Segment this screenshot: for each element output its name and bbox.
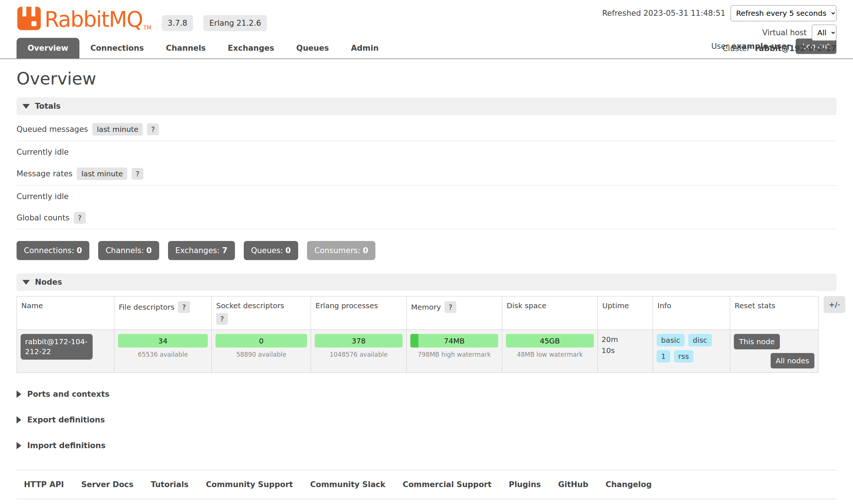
tab-connections[interactable]: Connections: [79, 38, 155, 58]
trademark: TM: [143, 25, 151, 31]
memory-meter: 74MB: [410, 334, 498, 348]
disk-watermark: 48MB low watermark: [506, 351, 594, 358]
node-fd-cell: 34 65536 available: [114, 330, 212, 373]
global-counts-heading: Global counts ?: [17, 204, 836, 229]
queues-count-badge: Queues: 0: [244, 241, 298, 260]
queued-range-badge[interactable]: last minute: [92, 123, 143, 136]
footer-link-github[interactable]: GitHub: [558, 480, 588, 489]
queued-help-icon[interactable]: ?: [147, 123, 159, 135]
message-rates-heading: Message rates last minute ?: [17, 159, 836, 186]
expand-icon: [17, 390, 21, 398]
brand-name: RabbitMQ: [44, 9, 143, 30]
section-header-import-definitions[interactable]: Import definitions: [17, 441, 836, 450]
node-name-cell: rabbit@172-104-212-22: [17, 330, 114, 373]
message-rates-label: Message rates: [17, 169, 72, 178]
footer-link-plugins[interactable]: Plugins: [509, 480, 541, 489]
refreshed-text: Refreshed 2023-05-31 11:48:51: [602, 9, 725, 18]
export-definitions-title: Export definitions: [27, 415, 105, 424]
col-memory: Memory?: [407, 296, 502, 330]
collapse-icon: [22, 104, 30, 109]
nodes-table-area: Name File descriptors? Socket descriptor…: [17, 296, 836, 373]
rates-range-badge[interactable]: last minute: [77, 168, 127, 180]
tab-queues[interactable]: Queues: [285, 38, 340, 58]
col-socket-descriptors: Socket descriptors ?: [212, 296, 311, 330]
expand-icon: [17, 442, 21, 449]
nodes-table: Name File descriptors? Socket descriptor…: [17, 296, 818, 373]
rates-help-icon[interactable]: ?: [132, 168, 143, 180]
col-erlang-processes: Erlang processes: [311, 296, 407, 330]
uptime-value: 10s: [602, 345, 649, 356]
vhost-select[interactable]: All: [812, 25, 836, 41]
main-content: Overview Totals Queued messages last min…: [0, 69, 853, 450]
reset-this-node-button[interactable]: This node: [734, 334, 780, 349]
footer-link-server-docs[interactable]: Server Docs: [81, 480, 133, 489]
footer-link-changelog[interactable]: Changelog: [606, 480, 652, 489]
memory-meter-used-fill: [410, 334, 418, 348]
queued-messages-label: Queued messages: [17, 125, 88, 134]
col-info: Info: [653, 296, 730, 330]
import-definitions-title: Import definitions: [27, 441, 106, 450]
disk-meter: 45GB: [506, 334, 594, 348]
status-area: Refreshed 2023-05-31 11:48:51 Refresh ev…: [602, 5, 836, 53]
cluster-name: rabbit@192-0-2-17: [755, 44, 836, 53]
reset-all-nodes-button[interactable]: All nodes: [771, 353, 814, 368]
info-badge-rss: rss: [674, 350, 693, 363]
global-counts-row: Connections: 0 Channels: 0 Exchanges: 7 …: [17, 241, 836, 260]
procs-meter: 378: [315, 334, 403, 348]
node-uptime-cell: 20m 10s: [598, 330, 653, 373]
expand-icon: [17, 416, 21, 424]
header: RabbitMQTM 3.7.8 Erlang 21.2.6 Refreshed…: [0, 0, 853, 33]
tab-channels[interactable]: Channels: [155, 38, 217, 58]
fd-meter: 34: [118, 334, 208, 348]
page-title: Overview: [17, 69, 836, 89]
footer-link-community-support[interactable]: Community Support: [206, 480, 293, 489]
section-header-ports-and-contexts[interactable]: Ports and contexts: [17, 390, 836, 399]
footer-link-http-api[interactable]: HTTP API: [24, 480, 64, 489]
info-badge-disc: disc: [688, 334, 712, 346]
vhost-row: Virtual host All: [762, 25, 836, 41]
exchanges-count-badge: Exchanges: 7: [168, 241, 235, 260]
sockets-meter: 0: [215, 334, 307, 348]
footer-link-community-slack[interactable]: Community Slack: [310, 480, 386, 489]
col-disk-space: Disk space: [502, 296, 598, 330]
memory-watermark: 798MB high watermark: [410, 351, 498, 358]
tab-admin[interactable]: Admin: [340, 38, 390, 58]
nav-tabs: Overview Connections Channels Exchanges …: [17, 38, 390, 58]
uptime-value: 20m: [602, 334, 649, 345]
refreshed-timestamp: 2023-05-31 11:48:51: [643, 9, 725, 18]
col-file-descriptors: File descriptors?: [114, 296, 212, 330]
node-procs-cell: 378 1048576 available: [311, 330, 407, 373]
node-sockets-cell: 0 58890 available: [212, 330, 311, 373]
section-header-nodes[interactable]: Nodes: [17, 273, 836, 291]
memory-help-icon[interactable]: ?: [445, 301, 456, 313]
tab-exchanges[interactable]: Exchanges: [217, 38, 285, 58]
node-info-cell: basic disc 1 rss: [653, 330, 730, 373]
tab-overview[interactable]: Overview: [17, 38, 79, 58]
vhost-label: Virtual host: [762, 28, 807, 37]
fd-help-icon[interactable]: ?: [178, 301, 190, 313]
rates-idle-status: Currently idle: [17, 192, 836, 201]
section-header-export-definitions[interactable]: Export definitions: [17, 415, 836, 424]
rabbitmq-logo-icon: [17, 6, 42, 33]
section-header-totals[interactable]: Totals: [17, 97, 836, 115]
rabbitmq-logo[interactable]: RabbitMQTM: [17, 6, 151, 33]
channels-count-badge: Channels: 0: [98, 241, 159, 260]
toggle-columns-button[interactable]: +/-: [824, 296, 845, 313]
node-reset-cell: This node All nodes: [730, 330, 818, 373]
col-uptime: Uptime: [598, 296, 653, 330]
node-name-badge[interactable]: rabbit@172-104-212-22: [21, 334, 93, 360]
info-badge-basic: basic: [657, 334, 685, 346]
nodes-section-title: Nodes: [35, 278, 62, 287]
refresh-interval-select[interactable]: Refresh every 5 seconds: [731, 5, 836, 21]
sockets-available: 58890 available: [215, 351, 307, 358]
footer: HTTP API Server Docs Tutorials Community…: [17, 470, 836, 499]
footer-link-tutorials[interactable]: Tutorials: [151, 480, 189, 489]
ports-and-contexts-title: Ports and contexts: [27, 390, 110, 399]
fd-available: 65536 available: [118, 351, 208, 358]
footer-link-commercial-support[interactable]: Commercial Support: [403, 480, 492, 489]
global-counts-help-icon[interactable]: ?: [74, 212, 86, 224]
sockets-help-icon[interactable]: ?: [216, 313, 228, 325]
global-counts-label: Global counts: [17, 213, 69, 222]
erlang-version-badge: Erlang 21.2.6: [203, 15, 267, 31]
nodes-table-header-row: Name File descriptors? Socket descriptor…: [17, 296, 818, 330]
